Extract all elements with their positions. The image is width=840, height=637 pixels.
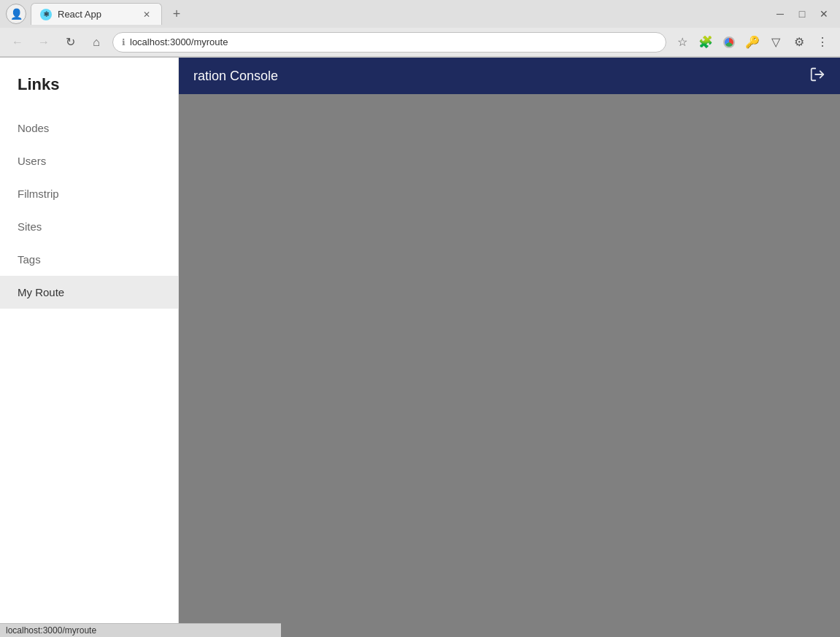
puzzle-icon: 🧩 bbox=[698, 35, 713, 49]
url-bar[interactable]: ℹ localhost:3000/myroute bbox=[112, 32, 666, 53]
sidebar-nav: Nodes Users Filmstrip Sites Tags My Rout… bbox=[0, 106, 178, 314]
chrome-icon bbox=[723, 36, 735, 48]
tab-favicon: ⚛ bbox=[40, 9, 52, 20]
window-controls: ─ □ ✕ bbox=[770, 4, 834, 24]
sidebar-item-myroute[interactable]: My Route bbox=[0, 276, 178, 309]
refresh-icon: ↻ bbox=[66, 35, 75, 49]
key-icon: 🔑 bbox=[745, 35, 760, 49]
password-button[interactable]: 🔑 bbox=[742, 32, 763, 53]
url-text: localhost:3000/myroute bbox=[130, 36, 228, 47]
sidebar-item-filmstrip[interactable]: Filmstrip bbox=[0, 177, 178, 210]
chrome-button[interactable] bbox=[719, 32, 739, 53]
main-body bbox=[179, 94, 840, 637]
add-icon: + bbox=[173, 7, 181, 22]
browser-tab[interactable]: ⚛ React App ✕ bbox=[31, 3, 162, 25]
status-bar: localhost:3000/myroute bbox=[0, 623, 281, 637]
sidebar-item-nodes[interactable]: Nodes bbox=[0, 112, 178, 144]
back-button[interactable]: ← bbox=[7, 32, 28, 53]
logout-button[interactable] bbox=[809, 66, 825, 86]
profile-icon: 👤 bbox=[10, 8, 23, 20]
new-tab-button[interactable]: + bbox=[166, 4, 187, 24]
close-window-icon: ✕ bbox=[820, 8, 828, 20]
maximize-button[interactable]: □ bbox=[792, 4, 812, 24]
sidebar-item-label: My Route bbox=[18, 286, 64, 298]
sidebar-item-label: Sites bbox=[18, 220, 42, 233]
tab-title: React App bbox=[58, 9, 101, 20]
sidebar-item-label: Nodes bbox=[18, 122, 49, 134]
forward-icon: → bbox=[38, 36, 50, 49]
sidebar-item-label: Users bbox=[18, 155, 46, 167]
app-container: Links Nodes Users Filmstrip Sites Tags M… bbox=[0, 58, 840, 637]
security-icon: ℹ bbox=[122, 37, 126, 47]
main-content: ration Console bbox=[179, 58, 840, 637]
minimize-icon: ─ bbox=[777, 8, 784, 20]
title-bar: 👤 ⚛ React App ✕ + ─ □ ✕ bbox=[0, 0, 840, 28]
home-icon: ⌂ bbox=[93, 36, 100, 49]
sidebar-title: Links bbox=[0, 58, 178, 106]
gear-icon: ⚙ bbox=[794, 35, 804, 49]
minimize-button[interactable]: ─ bbox=[770, 4, 790, 24]
logout-icon bbox=[809, 66, 825, 82]
filter-icon: ▽ bbox=[771, 35, 780, 49]
sidebar-item-tags[interactable]: Tags bbox=[0, 243, 178, 276]
menu-button[interactable]: ⋮ bbox=[812, 32, 833, 53]
maximize-icon: □ bbox=[799, 8, 805, 20]
forward-button[interactable]: → bbox=[34, 32, 54, 53]
sidebar-item-label: Tags bbox=[18, 253, 41, 266]
close-window-button[interactable]: ✕ bbox=[814, 4, 834, 24]
extensions-button[interactable]: 🧩 bbox=[695, 32, 716, 53]
toolbar-icons: ☆ 🧩 🔑 ▽ ⚙ ⋮ bbox=[672, 32, 833, 53]
sidebar-item-users[interactable]: Users bbox=[0, 144, 178, 177]
sidebar: Links Nodes Users Filmstrip Sites Tags M… bbox=[0, 58, 179, 637]
home-button[interactable]: ⌂ bbox=[86, 32, 107, 53]
back-icon: ← bbox=[12, 36, 23, 49]
sidebar-item-label: Filmstrip bbox=[18, 188, 59, 200]
sidebar-item-sites[interactable]: Sites bbox=[0, 210, 178, 243]
filter-button[interactable]: ▽ bbox=[766, 32, 786, 53]
main-header: ration Console bbox=[179, 58, 840, 94]
header-title: ration Console bbox=[193, 69, 809, 84]
bookmark-button[interactable]: ☆ bbox=[672, 32, 693, 53]
address-bar: ← → ↻ ⌂ ℹ localhost:3000/myroute ☆ 🧩 bbox=[0, 28, 840, 57]
profile-button[interactable]: 👤 bbox=[6, 4, 26, 24]
star-icon: ☆ bbox=[677, 35, 687, 49]
status-url: localhost:3000/myroute bbox=[6, 625, 96, 636]
close-icon: ✕ bbox=[143, 9, 150, 20]
browser-chrome: 👤 ⚛ React App ✕ + ─ □ ✕ bbox=[0, 0, 840, 58]
favicon-letter: ⚛ bbox=[43, 10, 50, 18]
settings-button[interactable]: ⚙ bbox=[789, 32, 809, 53]
menu-icon: ⋮ bbox=[817, 35, 828, 49]
tab-close-button[interactable]: ✕ bbox=[141, 9, 153, 20]
refresh-button[interactable]: ↻ bbox=[60, 32, 80, 53]
